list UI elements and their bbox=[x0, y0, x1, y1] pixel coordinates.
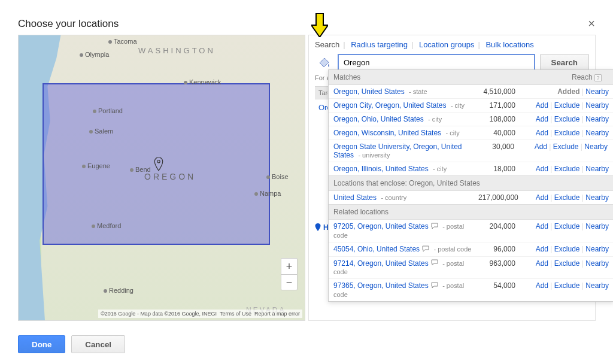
tab-radius-targeting[interactable]: Radius targeting bbox=[351, 40, 408, 49]
add-link[interactable]: Add bbox=[536, 222, 548, 230]
suggestion-reach: 171,000 bbox=[478, 101, 525, 110]
add-link[interactable]: Add bbox=[536, 101, 548, 110]
suggestion-row: Oregon City, Oregon, United States - cit… bbox=[329, 99, 613, 113]
suggestion-kind: - state bbox=[409, 88, 427, 95]
zoom-in-button[interactable]: + bbox=[281, 259, 297, 274]
done-button[interactable]: Done bbox=[18, 335, 65, 353]
city-label: Salem bbox=[89, 128, 113, 135]
tab-location-groups[interactable]: Location groups bbox=[419, 40, 475, 49]
suggestion-kind: - city bbox=[451, 102, 465, 109]
dropdown-reach-col: Reach ? bbox=[529, 73, 609, 81]
nearby-link[interactable]: Nearby bbox=[585, 115, 609, 123]
nearby-link[interactable]: Nearby bbox=[584, 142, 608, 151]
suggestion-kind: - city bbox=[445, 129, 459, 136]
suggestion-name[interactable]: Oregon City, Oregon, United States bbox=[333, 101, 447, 110]
map-report-link[interactable]: Report a map error bbox=[254, 311, 300, 317]
add-link[interactable]: Add bbox=[535, 142, 547, 151]
map-canvas[interactable]: WASHINGTON OREGON NEVADA TacomaOlympiaKe… bbox=[18, 35, 305, 321]
add-link[interactable]: Add bbox=[536, 193, 548, 202]
speech-bubble-icon bbox=[431, 282, 438, 290]
suggestion-name[interactable]: 45054, Ohio, United States bbox=[333, 245, 420, 253]
dropdown-related-header: Related locations bbox=[329, 204, 613, 220]
nearby-link[interactable]: Nearby bbox=[585, 222, 609, 230]
map-label-oregon: OREGON bbox=[144, 172, 196, 181]
exclude-link[interactable]: Exclude bbox=[554, 222, 580, 230]
location-suggestions-dropdown: Matches Reach ? Oregon, United States - … bbox=[328, 69, 613, 302]
nearby-link[interactable]: Nearby bbox=[585, 259, 609, 268]
city-label: Bend bbox=[130, 166, 151, 173]
city-label: Olympia bbox=[80, 51, 109, 58]
exclude-link[interactable]: Exclude bbox=[554, 245, 580, 253]
suggestion-reach: 54,000 bbox=[478, 281, 525, 290]
suggestion-row: United States - country217,000,000Add | … bbox=[329, 191, 613, 204]
exclude-link[interactable]: Exclude bbox=[554, 193, 580, 202]
suggestion-actions: Added | Nearby bbox=[525, 87, 609, 96]
add-link[interactable]: Add bbox=[536, 115, 548, 123]
add-link[interactable]: Add bbox=[536, 129, 548, 137]
suggestion-row: Oregon, Wisconsin, United States - city4… bbox=[329, 126, 613, 140]
suggestion-reach: 204,000 bbox=[478, 222, 525, 230]
suggestion-reach: 96,000 bbox=[478, 245, 525, 253]
exclude-link[interactable]: Exclude bbox=[554, 129, 580, 137]
help-icon[interactable]: ? bbox=[594, 74, 602, 81]
suggestion-name[interactable]: Oregon, Wisconsin, United States bbox=[333, 129, 441, 137]
suggestion-name[interactable]: 97205, Oregon, United States bbox=[333, 222, 429, 230]
add-link[interactable]: Add bbox=[536, 165, 548, 173]
suggestion-row: Oregon, Ohio, United States - city108,00… bbox=[329, 113, 613, 126]
nearby-link[interactable]: Nearby bbox=[585, 101, 609, 110]
suggestion-kind: - city bbox=[433, 165, 447, 172]
nearby-link[interactable]: Nearby bbox=[585, 129, 609, 137]
suggestion-name[interactable]: Oregon, Ohio, United States bbox=[333, 115, 424, 123]
zoom-out-button[interactable]: − bbox=[281, 274, 297, 290]
suggestion-actions: Add | Exclude | Nearby bbox=[525, 259, 609, 268]
add-link[interactable]: Add bbox=[536, 259, 548, 268]
suggestion-actions: Add | Exclude | Nearby bbox=[525, 129, 609, 137]
exclude-link[interactable]: Exclude bbox=[554, 165, 580, 173]
speech-bubble-icon bbox=[422, 245, 429, 254]
location-search-input[interactable] bbox=[338, 54, 535, 71]
suggestion-name[interactable]: United States bbox=[333, 193, 377, 202]
map-attribution: ©2016 Google - Map data ©2016 Google, IN… bbox=[98, 310, 302, 318]
suggestion-name[interactable]: Oregon, Illinois, United States bbox=[333, 165, 429, 173]
suggestion-name[interactable]: Oregon, United States bbox=[333, 87, 405, 96]
map-label-washington: WASHINGTON bbox=[138, 46, 216, 55]
page-title: Choose your locations bbox=[18, 18, 119, 30]
map-zoom-control: + − bbox=[281, 258, 298, 290]
exclude-link[interactable]: Exclude bbox=[554, 101, 580, 110]
add-link[interactable]: Add bbox=[536, 245, 548, 253]
nearby-link[interactable]: Nearby bbox=[585, 193, 609, 202]
close-icon[interactable]: × bbox=[588, 17, 595, 31]
speech-bubble-icon bbox=[431, 223, 438, 231]
exclude-link[interactable]: Exclude bbox=[553, 142, 579, 151]
cancel-button[interactable]: Cancel bbox=[71, 335, 125, 353]
add-link[interactable]: Add bbox=[536, 281, 548, 290]
suggestion-reach: 217,000,000 bbox=[478, 193, 525, 202]
search-button[interactable]: Search bbox=[540, 54, 589, 71]
suggestion-name[interactable]: 97214, Oregon, United States bbox=[333, 259, 429, 268]
city-label: Eugene bbox=[82, 162, 110, 169]
nearby-link[interactable]: Nearby bbox=[585, 245, 609, 253]
city-label: Redding bbox=[104, 287, 133, 294]
suggestion-reach: 30,000 bbox=[477, 142, 524, 151]
tab-search[interactable]: Search bbox=[315, 40, 339, 49]
dropdown-matches-col: Matches bbox=[333, 73, 529, 81]
nearby-link[interactable]: Nearby bbox=[585, 165, 609, 173]
map-terms-link[interactable]: Terms of Use bbox=[220, 311, 251, 317]
tab-bulk-locations[interactable]: Bulk locations bbox=[485, 40, 533, 49]
city-label: Medford bbox=[92, 222, 121, 229]
callout-arrow-icon bbox=[311, 13, 328, 39]
exclude-link[interactable]: Exclude bbox=[554, 281, 580, 290]
suggestion-name[interactable]: Oregon State University, Oregon, United … bbox=[333, 142, 462, 159]
exclude-link[interactable]: Exclude bbox=[554, 115, 580, 123]
paint-bucket-icon[interactable] bbox=[315, 54, 333, 71]
pin-small-icon bbox=[315, 223, 321, 232]
suggestion-name[interactable]: 97365, Oregon, United States bbox=[333, 281, 429, 290]
exclude-link[interactable]: Exclude bbox=[554, 259, 580, 268]
nearby-link[interactable]: Nearby bbox=[585, 87, 609, 96]
suggestion-row: Oregon, Illinois, United States - city18… bbox=[329, 162, 613, 175]
added-label: Added bbox=[557, 87, 579, 96]
suggestion-kind: - country bbox=[381, 194, 406, 201]
city-label: Nampa bbox=[254, 190, 281, 197]
nearby-link[interactable]: Nearby bbox=[585, 281, 609, 290]
suggestion-actions: Add | Exclude | Nearby bbox=[525, 245, 609, 253]
